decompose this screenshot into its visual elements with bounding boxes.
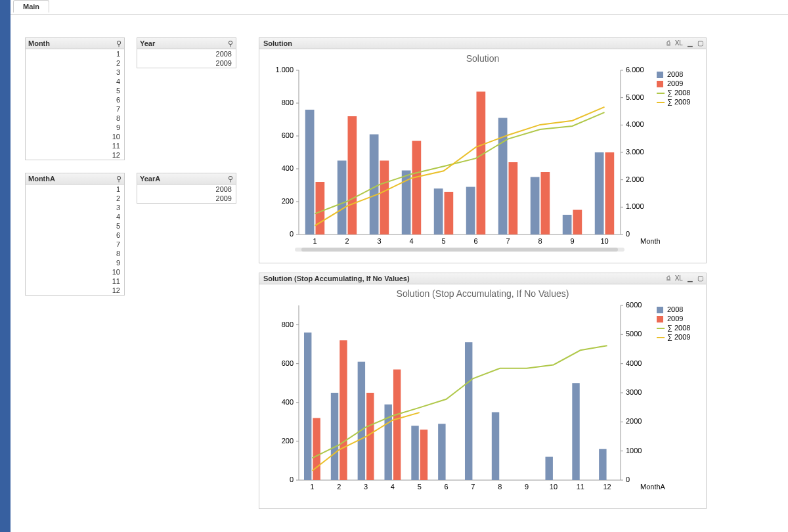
list-item[interactable]: 12 bbox=[26, 150, 124, 160]
list-item[interactable]: 9 bbox=[26, 258, 124, 267]
list-item[interactable]: 6 bbox=[26, 231, 124, 240]
svg-rect-34 bbox=[466, 187, 475, 235]
list-item[interactable]: 8 bbox=[26, 249, 124, 258]
svg-text:12: 12 bbox=[603, 483, 611, 491]
list-item[interactable]: 1 bbox=[26, 185, 124, 194]
list-item[interactable]: 2008 bbox=[137, 49, 236, 58]
svg-text:600: 600 bbox=[282, 131, 294, 139]
list-item[interactable]: 11 bbox=[26, 277, 124, 286]
svg-text:3: 3 bbox=[377, 237, 381, 245]
chart-solution-stop: Solution (Stop Accumulating, If No Value… bbox=[259, 273, 707, 509]
listbox-montha[interactable]: MonthA ⚲ 1 2 3 4 5 6 7 8 9 10 11 12 bbox=[25, 173, 125, 296]
list-item[interactable]: 2009 bbox=[137, 194, 236, 203]
svg-rect-33 bbox=[434, 188, 443, 234]
svg-text:7: 7 bbox=[471, 483, 475, 491]
list-item[interactable]: 5 bbox=[26, 221, 124, 231]
minimize-icon[interactable]: ▁ bbox=[688, 39, 693, 47]
list-item[interactable]: 7 bbox=[26, 240, 124, 249]
svg-text:2000: 2000 bbox=[626, 417, 642, 425]
chart-caption: Solution bbox=[263, 39, 292, 47]
search-icon[interactable]: ⚲ bbox=[228, 175, 233, 183]
list-item[interactable]: 12 bbox=[26, 286, 124, 295]
tab-main[interactable]: Main bbox=[13, 0, 49, 12]
detach-icon[interactable]: ⎙ bbox=[667, 39, 670, 47]
list-item[interactable]: 4 bbox=[26, 212, 124, 221]
sheet-main: Month ⚲ 1 2 3 4 5 6 7 8 9 10 11 12 Year … bbox=[11, 14, 788, 532]
svg-rect-43 bbox=[445, 192, 454, 234]
svg-text:11: 11 bbox=[577, 483, 584, 491]
maximize-icon[interactable]: ▢ bbox=[697, 275, 703, 282]
svg-text:9: 9 bbox=[525, 483, 529, 491]
detach-icon[interactable]: ⎙ bbox=[667, 275, 670, 282]
svg-text:8: 8 bbox=[538, 237, 542, 245]
list-item[interactable]: 2008 bbox=[137, 185, 236, 194]
export-xl-button[interactable]: XL bbox=[675, 275, 683, 282]
svg-text:∑ 2009: ∑ 2009 bbox=[667, 333, 690, 342]
svg-rect-108 bbox=[313, 418, 320, 480]
svg-text:200: 200 bbox=[282, 437, 294, 445]
list-item[interactable]: 9 bbox=[26, 123, 124, 132]
list-item[interactable]: 8 bbox=[26, 114, 124, 123]
svg-text:3000: 3000 bbox=[626, 388, 642, 396]
svg-text:∑ 2008: ∑ 2008 bbox=[667, 89, 690, 97]
svg-text:8: 8 bbox=[498, 483, 502, 491]
chart-toolbar: ⎙ XL ▁ ▢ bbox=[664, 274, 703, 282]
svg-text:2009: 2009 bbox=[667, 315, 683, 322]
search-icon[interactable]: ⚲ bbox=[228, 39, 233, 48]
listbox-title-year: Year bbox=[140, 39, 155, 47]
search-icon[interactable]: ⚲ bbox=[116, 175, 121, 183]
listbox-month[interactable]: Month ⚲ 1 2 3 4 5 6 7 8 9 10 11 12 bbox=[25, 37, 125, 160]
svg-rect-45 bbox=[509, 162, 518, 234]
svg-text:4: 4 bbox=[409, 237, 413, 245]
svg-text:400: 400 bbox=[282, 398, 294, 406]
svg-rect-38 bbox=[595, 152, 604, 234]
list-item[interactable]: 1 bbox=[26, 49, 124, 58]
svg-text:1.000: 1.000 bbox=[275, 66, 294, 74]
list-item[interactable]: 3 bbox=[26, 68, 124, 77]
svg-rect-44 bbox=[477, 92, 486, 235]
svg-text:0: 0 bbox=[626, 230, 630, 238]
svg-text:2: 2 bbox=[345, 237, 349, 245]
svg-text:∑ 2009: ∑ 2009 bbox=[667, 98, 690, 106]
svg-rect-31 bbox=[370, 135, 379, 235]
svg-text:0: 0 bbox=[626, 476, 630, 483]
list-item[interactable]: 4 bbox=[26, 77, 124, 86]
list-item[interactable]: 2009 bbox=[137, 58, 236, 68]
svg-rect-47 bbox=[573, 210, 582, 235]
chart-svg: 02004006008001.00001.0002.0003.0004.0005… bbox=[259, 64, 706, 261]
svg-text:9: 9 bbox=[570, 237, 574, 245]
list-item[interactable]: 7 bbox=[26, 104, 124, 114]
chart-toolbar: ⎙ XL ▁ ▢ bbox=[664, 39, 703, 47]
list-item[interactable]: 10 bbox=[26, 267, 124, 277]
search-icon[interactable]: ⚲ bbox=[116, 39, 121, 48]
svg-text:Month: Month bbox=[640, 237, 661, 245]
svg-text:1: 1 bbox=[313, 237, 317, 245]
listbox-title-month: Month bbox=[28, 39, 50, 47]
list-item[interactable]: 2 bbox=[26, 58, 124, 68]
svg-rect-100 bbox=[384, 405, 391, 480]
svg-text:6.000: 6.000 bbox=[626, 66, 644, 74]
list-item[interactable]: 2 bbox=[26, 194, 124, 203]
listbox-yeara[interactable]: YearA ⚲ 2008 2009 bbox=[137, 173, 236, 204]
svg-text:0: 0 bbox=[290, 230, 294, 238]
chart-title: Solution (Stop Accumulating, If No Value… bbox=[259, 288, 706, 299]
svg-text:1.000: 1.000 bbox=[626, 202, 644, 210]
list-item[interactable]: 11 bbox=[26, 141, 124, 150]
svg-rect-36 bbox=[531, 177, 540, 235]
chart-solution: Solution ⎙ XL ▁ ▢ Solution 0200400600800… bbox=[259, 37, 707, 263]
listbox-title-yeara: YearA bbox=[140, 175, 160, 183]
maximize-icon[interactable]: ▢ bbox=[697, 39, 703, 47]
list-item[interactable]: 3 bbox=[26, 203, 124, 212]
minimize-icon[interactable]: ▁ bbox=[688, 275, 693, 282]
svg-text:2009: 2009 bbox=[667, 79, 683, 87]
list-item[interactable]: 5 bbox=[26, 86, 124, 95]
list-item[interactable]: 6 bbox=[26, 95, 124, 104]
svg-rect-101 bbox=[411, 426, 418, 480]
svg-text:4.000: 4.000 bbox=[626, 120, 644, 128]
svg-text:2008: 2008 bbox=[667, 70, 683, 78]
list-item[interactable]: 10 bbox=[26, 132, 124, 141]
svg-text:800: 800 bbox=[282, 321, 294, 328]
listbox-year[interactable]: Year ⚲ 2008 2009 bbox=[137, 37, 236, 68]
tab-strip: Main bbox=[11, 0, 788, 14]
export-xl-button[interactable]: XL bbox=[675, 39, 683, 47]
